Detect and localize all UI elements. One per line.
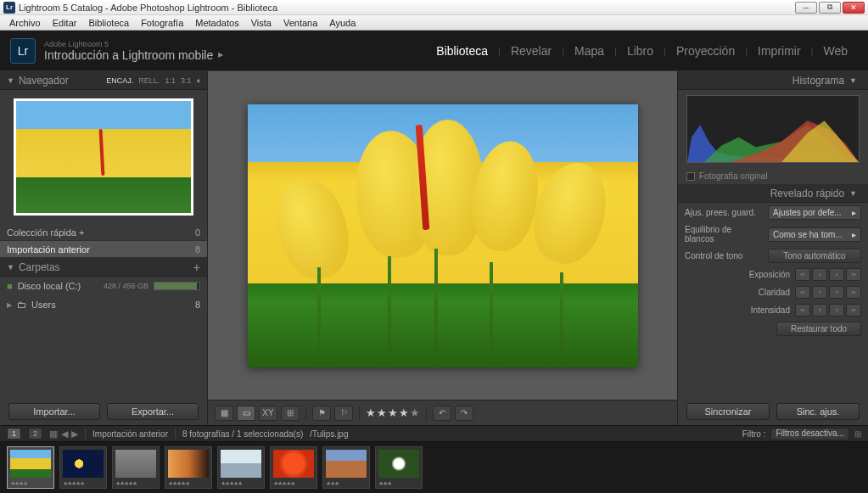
menu-metadatos[interactable]: Metadatos	[189, 18, 244, 28]
nav-1to1[interactable]: 1:1	[165, 76, 176, 85]
clarity-label: Claridad	[759, 288, 790, 297]
sync-settings-button[interactable]: Sinc. ajus.	[776, 403, 860, 420]
menu-editar[interactable]: Editar	[47, 18, 83, 28]
thumb-6[interactable]: ★★★	[322, 446, 370, 489]
right-panel: Histograma ▼ Fotografía original	[677, 71, 868, 425]
quickdev-title: Revelado rápido	[770, 188, 844, 199]
exposure-big-plus[interactable]: ››	[846, 268, 861, 281]
monitor-1-button[interactable]: 1	[7, 428, 21, 440]
intensity-label: Intensidad	[751, 305, 790, 315]
rating-stars[interactable]: ★★★★★	[366, 406, 420, 419]
filter-select[interactable]: Filtros desactiva...	[770, 428, 849, 440]
export-button[interactable]: Exportar...	[107, 403, 199, 420]
navigator-title: Navegador	[19, 75, 69, 87]
menu-fotografia[interactable]: Fotografía	[135, 18, 189, 28]
sync-button[interactable]: Sincronizar	[686, 403, 770, 420]
filter-label: Filtro :	[742, 429, 766, 439]
rotate-cw-icon[interactable]: ↷	[455, 406, 473, 421]
monitor-2-button[interactable]: 2	[28, 428, 42, 440]
auto-tone-button[interactable]: Tono automático	[768, 249, 861, 263]
rotate-ccw-icon[interactable]: ↶	[433, 406, 451, 421]
identity-dropdown-icon[interactable]: ▶	[218, 51, 223, 59]
chevron-down-icon: ▼	[7, 263, 14, 272]
module-biblioteca[interactable]: Biblioteca	[426, 44, 498, 58]
exposure-big-minus[interactable]: ‹‹	[795, 268, 810, 281]
clarity-big-minus[interactable]: ‹‹	[795, 286, 810, 299]
intensity-big-minus[interactable]: ‹‹	[795, 304, 810, 317]
menu-biblioteca[interactable]: Biblioteca	[82, 18, 135, 28]
exposure-minus[interactable]: ‹	[812, 268, 827, 281]
nav-fill[interactable]: RELL.	[138, 76, 160, 85]
chevron-right-icon: ▶	[7, 301, 12, 309]
import-button[interactable]: Importar...	[8, 403, 100, 420]
module-proyeccion[interactable]: Proyección	[666, 44, 745, 58]
intensity-minus[interactable]: ‹	[812, 304, 827, 317]
folder-users-row[interactable]: ▶ 🗀 Users 8	[0, 295, 207, 314]
previous-import-row[interactable]: Importación anterior 8	[0, 241, 207, 258]
survey-view-icon[interactable]: ⊞	[281, 406, 300, 421]
forward-icon[interactable]: ▶	[71, 429, 78, 440]
preset-select[interactable]: Ajustes por defe...▸	[768, 205, 861, 220]
source-label[interactable]: Importación anterior	[92, 429, 168, 439]
flag-pick-icon[interactable]: ⚑	[312, 406, 331, 421]
chevron-down-icon: ▼	[849, 189, 857, 198]
nav-fit[interactable]: ENCAJ.	[106, 76, 133, 85]
nav-zoom-dropdown-icon[interactable]: ♦	[196, 76, 200, 85]
thumb-2[interactable]: ★★★★★	[112, 446, 160, 489]
folders-header[interactable]: ▼ Carpetas +	[0, 258, 207, 277]
module-web[interactable]: Web	[813, 44, 858, 58]
filter-lock-icon[interactable]: ⊞	[854, 429, 861, 439]
menu-vista[interactable]: Vista	[245, 18, 277, 28]
original-photo-checkbox[interactable]	[686, 172, 695, 181]
intensity-plus[interactable]: ›	[829, 304, 844, 317]
wb-select[interactable]: Como se ha tom...▸	[768, 227, 861, 242]
quick-collection-row[interactable]: Colección rápida + 0	[0, 224, 207, 241]
flag-reject-icon[interactable]: ⚐	[334, 406, 353, 421]
window-title: Lightroom 5 Catalog - Adobe Photoshop Li…	[19, 3, 795, 13]
intensity-big-plus[interactable]: ››	[846, 304, 861, 317]
thumb-1[interactable]: ★★★★★	[59, 446, 107, 489]
compare-view-icon[interactable]: XY	[259, 406, 277, 421]
identity-plate[interactable]: Introducción a Lightroom mobile	[44, 48, 213, 62]
histogram-chart[interactable]	[686, 95, 860, 163]
navigator-preview[interactable]	[0, 90, 207, 224]
clarity-plus[interactable]: ›	[829, 286, 844, 299]
menu-archivo[interactable]: Archivo	[3, 18, 47, 28]
thumb-4[interactable]: ★★★★★	[217, 446, 265, 489]
module-libro[interactable]: Libro	[617, 44, 664, 58]
loupe-toolbar: ▦ ▭ XY ⊞ ⚑ ⚐ ★★★★★ ↶ ↷	[208, 400, 677, 425]
grid-view-icon[interactable]: ▦	[215, 406, 233, 421]
module-revelar[interactable]: Revelar	[501, 44, 562, 58]
lr-logo-icon: Lr	[10, 38, 36, 64]
grid-icon[interactable]: ▦	[49, 429, 58, 440]
module-imprimir[interactable]: Imprimir	[748, 44, 811, 58]
exposure-plus[interactable]: ›	[829, 268, 844, 281]
navigator-header[interactable]: ▼ Navegador ENCAJ. RELL. 1:1 3:1 ♦	[0, 71, 207, 90]
thumb-5[interactable]: ★★★★★	[270, 446, 317, 489]
reset-all-button[interactable]: Restaurar todo	[776, 322, 861, 336]
disk-usage-bar	[154, 282, 200, 290]
minimize-button[interactable]: ─	[795, 2, 817, 14]
image-canvas[interactable]	[208, 71, 677, 400]
window-title-bar: Lr Lightroom 5 Catalog - Adobe Photoshop…	[0, 0, 868, 15]
loupe-view-icon[interactable]: ▭	[237, 406, 255, 421]
top-bar: Lr Adobe Lightroom 5 Introducción a Ligh…	[0, 31, 868, 71]
close-button[interactable]: ✕	[843, 2, 865, 14]
exposure-label: Exposición	[749, 270, 790, 279]
nav-3to1[interactable]: 3:1	[181, 76, 192, 85]
module-mapa[interactable]: Mapa	[564, 44, 614, 58]
filmstrip[interactable]: ★★★★ ★★★★★ ★★★★★ ★★★★★ ★★★★★ ★★★★★ ★★★ ★…	[0, 442, 868, 493]
add-folder-icon[interactable]: +	[193, 261, 200, 274]
histogram-header[interactable]: Histograma ▼	[678, 71, 868, 90]
back-icon[interactable]: ◀	[61, 429, 68, 440]
disk-row[interactable]: ■ Disco local (C:) 428 / 456 GB	[0, 277, 207, 295]
menu-ayuda[interactable]: Ayuda	[323, 18, 361, 28]
thumb-0[interactable]: ★★★★	[7, 446, 54, 489]
clarity-minus[interactable]: ‹	[812, 286, 827, 299]
thumb-3[interactable]: ★★★★★	[165, 446, 212, 489]
quickdev-header[interactable]: Revelado rápido ▼	[678, 184, 868, 203]
menu-ventana[interactable]: Ventana	[277, 18, 323, 28]
thumb-7[interactable]: ★★★	[375, 446, 423, 489]
maximize-button[interactable]: ⧉	[819, 2, 841, 14]
clarity-big-plus[interactable]: ››	[846, 286, 861, 299]
